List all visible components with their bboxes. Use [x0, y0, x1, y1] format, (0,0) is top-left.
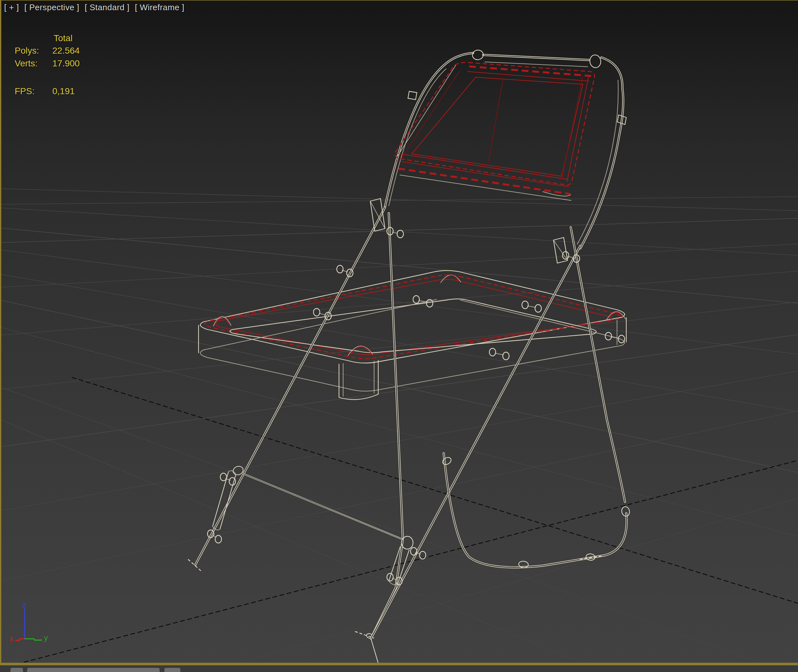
timeline-button-right[interactable]: [165, 668, 180, 672]
viewport-border-top: [0, 0, 798, 1]
viewport-menu-pov[interactable]: [ Perspective ]: [24, 3, 79, 12]
axis-tripod: x y z: [10, 600, 48, 643]
viewport-menu-shading[interactable]: [ Wireframe ]: [135, 3, 184, 12]
timeline-strip: [0, 665, 798, 672]
stats-header: Total: [54, 33, 72, 43]
backrest-tab-left: [408, 91, 417, 99]
viewport-border-left: [0, 0, 1, 665]
timeline-scrollbar[interactable]: [27, 668, 160, 672]
timeline-button-left[interactable]: [11, 668, 23, 672]
stats-polys-label: Polys:: [15, 46, 39, 56]
stats-fps-label: FPS:: [15, 86, 35, 96]
axis-y-label: y: [44, 634, 48, 642]
chair-backrest-cushion: [395, 62, 594, 200]
viewport-3d[interactable]: x y z [ + ] [ Perspective ] [ Standard ]…: [0, 0, 798, 672]
stats-fps-value: 0,191: [52, 86, 75, 96]
viewport-border-bottom: [0, 663, 798, 665]
axis-z-label: z: [22, 600, 26, 609]
stats-verts-value: 17.900: [52, 58, 80, 69]
world-axis-a: [72, 378, 798, 603]
chair-legs: [188, 208, 630, 665]
world-axes: [10, 378, 798, 665]
axis-x-label: x: [10, 634, 13, 643]
stats-polys-value: 22.564: [52, 46, 80, 56]
viewport-label: [ + ] [ Perspective ] [ Standard ] [ Wir…: [4, 3, 187, 13]
viewport-menu-general[interactable]: [ + ]: [4, 3, 19, 12]
viewport-menu-renderer[interactable]: [ Standard ]: [85, 3, 129, 12]
world-axis-b: [10, 460, 798, 665]
viewport-canvas[interactable]: x y z: [0, 0, 798, 665]
backrest-hook-left: [472, 50, 484, 60]
backrest-hook-right: [589, 54, 601, 68]
chair-wireframe: [188, 50, 630, 665]
stats-verts-label: Verts:: [15, 58, 38, 69]
